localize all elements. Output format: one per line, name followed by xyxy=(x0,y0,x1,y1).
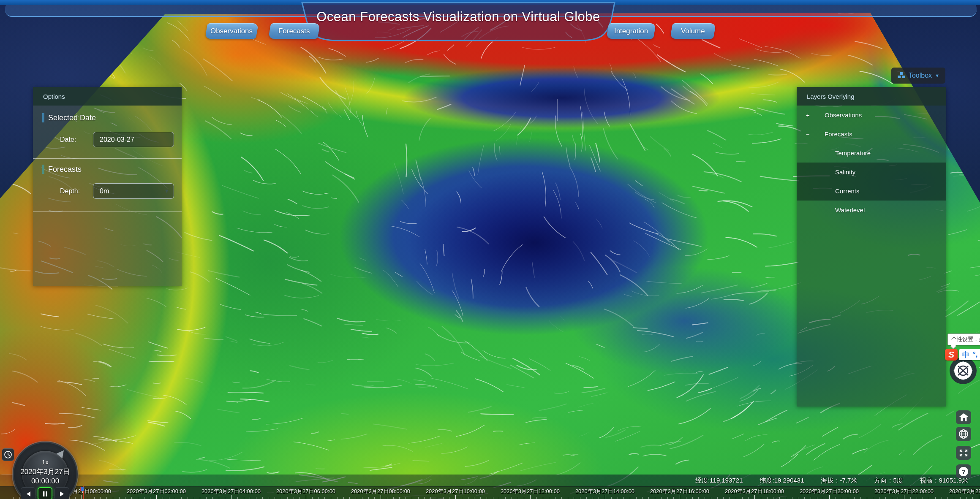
timeline-tick-label: 2020年3月27日04:00:00 xyxy=(201,488,261,495)
timeline-minor-tick xyxy=(549,497,549,499)
help-button[interactable]: ? xyxy=(956,464,971,478)
layer-row-waterlevel[interactable]: Waterlevel xyxy=(797,201,946,220)
timeline-minor-tick xyxy=(412,497,412,499)
timeline-minor-tick xyxy=(892,497,892,499)
timeline-minor-tick xyxy=(623,497,624,499)
timeline-minor-tick xyxy=(599,497,599,499)
timeline-minor-tick xyxy=(212,497,213,499)
date-input[interactable]: 2020-03-27 xyxy=(93,132,174,147)
timeline-minor-tick xyxy=(94,497,95,499)
pause-button[interactable] xyxy=(38,487,52,499)
animation-time: 00:00:00 xyxy=(13,477,78,485)
timeline-minor-tick xyxy=(200,497,200,499)
ime-mode-chinese[interactable]: 中 xyxy=(962,350,969,360)
tab-volume[interactable]: Volume xyxy=(670,23,716,39)
clock-reset-button[interactable] xyxy=(2,448,14,461)
home-view-button[interactable] xyxy=(956,410,971,424)
ime-punctuation[interactable]: °, xyxy=(973,350,978,359)
timeline-minor-tick xyxy=(299,497,300,499)
timeline-minor-tick xyxy=(512,497,512,499)
layers-panel-header[interactable]: Layers Overlying xyxy=(797,87,946,106)
timeline-minor-tick xyxy=(779,497,780,499)
play-forward-button[interactable] xyxy=(54,487,69,499)
layer-row-currents[interactable]: Currents xyxy=(797,182,946,201)
timeline-minor-tick xyxy=(312,497,313,499)
navigation-compass[interactable] xyxy=(949,357,977,385)
layer-label: Salinity xyxy=(835,168,855,176)
section-selected-date: Selected Date xyxy=(42,113,182,122)
tree-expander-icon[interactable]: + xyxy=(806,111,814,119)
fullscreen-button[interactable] xyxy=(956,446,971,460)
timeline-major-tick xyxy=(605,495,605,499)
timeline-minor-tick xyxy=(630,497,630,499)
timeline-minor-tick xyxy=(686,497,686,499)
tab-observations[interactable]: Observations xyxy=(205,23,259,39)
timeline-minor-tick xyxy=(867,497,867,499)
timeline-minor-tick xyxy=(711,497,711,499)
timeline-minor-tick xyxy=(175,497,175,499)
section-forecasts: Forecasts xyxy=(42,165,182,174)
layer-row-salinity[interactable]: Salinity xyxy=(797,163,946,182)
timeline-scrubber-flag[interactable] xyxy=(80,487,84,491)
timeline-minor-tick xyxy=(474,497,474,499)
timeline-minor-tick xyxy=(237,497,238,499)
timeline-minor-tick xyxy=(555,497,555,499)
timeline-tick-label: 2020年3月27日10:00:00 xyxy=(426,488,485,495)
globe-2d3d-button[interactable] xyxy=(956,427,971,441)
timeline-minor-tick xyxy=(262,497,263,499)
timeline-major-tick xyxy=(829,495,830,499)
timeline-minor-tick xyxy=(387,497,387,499)
status-item-1: 纬度:19.290431 xyxy=(760,477,804,485)
timeline-tick-label: 2020年3月27日12:00:00 xyxy=(501,488,560,495)
timeline-minor-tick xyxy=(449,497,449,499)
timeline-minor-tick xyxy=(935,497,936,499)
page-title: Ocean Forecasts Visualization on Virtual… xyxy=(296,9,621,24)
timeline-tick-label: 2020年3月27日02:00:00 xyxy=(127,488,186,495)
timeline-minor-tick xyxy=(954,497,954,499)
layer-row-forecasts[interactable]: −Forecasts xyxy=(797,125,946,144)
options-panel-header[interactable]: Options xyxy=(33,87,182,106)
tree-expander-icon[interactable]: − xyxy=(806,130,814,138)
tab-forecasts[interactable]: Forecasts xyxy=(268,23,321,39)
toolbox-button[interactable]: Toolbox ▼ xyxy=(891,68,945,84)
depth-select[interactable]: 0m ▼ xyxy=(93,183,174,199)
timeline-tick-label: 2020年3月28日00:00:00 xyxy=(949,488,980,495)
timeline-minor-tick xyxy=(188,497,188,499)
timeline-tick-label: 2020年3月27日14:00:00 xyxy=(575,488,634,495)
timeline-minor-tick xyxy=(593,497,593,499)
timeline-minor-tick xyxy=(842,497,842,499)
timeline-major-tick xyxy=(82,495,82,499)
timeline-minor-tick xyxy=(648,497,649,499)
timeline-tick-label: 2020年3月27日20:00:00 xyxy=(800,488,859,495)
timeline-minor-tick xyxy=(225,497,225,499)
sogou-logo-icon[interactable]: S xyxy=(945,349,958,361)
timeline-minor-tick xyxy=(443,497,444,499)
layer-label: Currents xyxy=(835,187,860,195)
timeline-minor-tick xyxy=(972,497,973,499)
timeline-minor-tick xyxy=(817,497,817,499)
tab-integration[interactable]: Integration xyxy=(606,23,656,39)
timeline-minor-tick xyxy=(281,497,281,499)
timeline-minor-tick xyxy=(773,497,773,499)
help-icon: ? xyxy=(958,466,969,477)
status-item-3: 方向：5度 xyxy=(874,477,903,485)
timeline-minor-tick xyxy=(206,497,207,499)
timeline-minor-tick xyxy=(561,497,562,499)
status-item-2: 海拔：-7.7米 xyxy=(821,477,858,485)
timeline-minor-tick xyxy=(163,497,163,499)
timeline-minor-tick xyxy=(947,497,948,499)
play-reverse-button[interactable] xyxy=(21,487,35,499)
layer-row-observations[interactable]: +Observations xyxy=(797,106,946,125)
timeline[interactable]: 2020年3月27日00:00:002020年3月27日02:00:002020… xyxy=(0,486,980,499)
layer-row-temperature[interactable]: Temperature xyxy=(797,144,946,163)
timeline-minor-tick xyxy=(885,497,886,499)
section-accent xyxy=(42,165,44,174)
timeline-minor-tick xyxy=(487,497,487,499)
ime-toolbar[interactable]: S 中 °, ☺ xyxy=(945,349,980,361)
timeline-minor-tick xyxy=(100,497,101,499)
layer-label: Forecasts xyxy=(825,130,852,138)
timeline-minor-tick xyxy=(269,497,269,499)
pause-icon xyxy=(43,491,48,497)
layer-label: Waterlevel xyxy=(835,206,865,214)
timeline-minor-tick xyxy=(586,497,587,499)
